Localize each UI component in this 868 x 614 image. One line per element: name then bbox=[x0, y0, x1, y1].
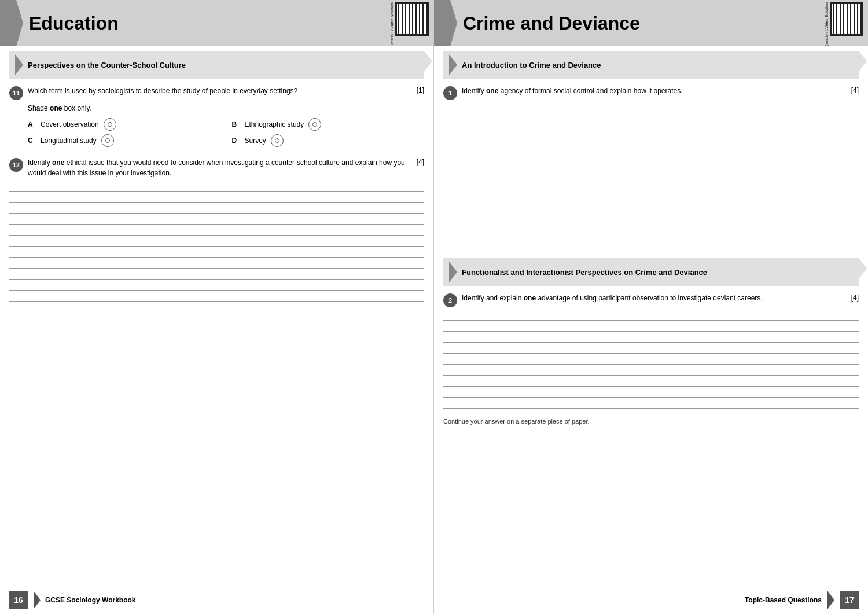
answer-line bbox=[9, 279, 424, 280]
answer-line bbox=[9, 202, 424, 203]
mc-circle-inner-B bbox=[312, 122, 317, 127]
answer-line bbox=[443, 408, 859, 409]
answer-line bbox=[9, 312, 424, 312]
answer-line bbox=[443, 342, 859, 343]
answer-line bbox=[443, 245, 859, 245]
mc-option-C: C Longitudinal study bbox=[28, 134, 220, 147]
q11-text: Which term is used by sociologists to de… bbox=[28, 86, 412, 96]
mc-circle-C[interactable] bbox=[101, 134, 114, 147]
right-qr-label1: Video Solution bbox=[825, 2, 829, 28]
mc-option-A: A Covert observation bbox=[28, 118, 220, 131]
mc-circle-B[interactable] bbox=[308, 118, 321, 131]
answer-line bbox=[9, 235, 424, 236]
mc-letter-C: C bbox=[28, 137, 36, 145]
mc-circle-inner-C bbox=[105, 138, 110, 143]
answer-line bbox=[443, 375, 859, 376]
mc-label-A: Covert observation bbox=[41, 120, 99, 128]
answer-line bbox=[443, 234, 859, 234]
left-page-title: Education bbox=[29, 13, 119, 34]
mc-option-B: B Ethnographic study bbox=[232, 118, 425, 131]
left-section-title: Perspectives on the Counter-School Cultu… bbox=[28, 61, 186, 69]
section1-arrow-left bbox=[449, 54, 457, 75]
header-chevron-right bbox=[434, 0, 457, 46]
q12-number: 12 bbox=[9, 158, 23, 172]
right-section1-header: An Introduction to Crime and Deviance bbox=[443, 51, 859, 79]
right-footer: Topic-Based Questions 17 bbox=[434, 586, 868, 614]
answer-line bbox=[443, 168, 859, 168]
section2-arrow-left bbox=[449, 262, 457, 282]
answer-line bbox=[443, 320, 859, 321]
answer-line bbox=[443, 135, 859, 135]
mc-option-D: D Survey bbox=[232, 134, 425, 147]
answer-line bbox=[9, 246, 424, 247]
left-qr-label2: Question 12 bbox=[390, 29, 394, 46]
q11-sub-text: Shade one box only. bbox=[28, 104, 424, 113]
q12-answer-lines bbox=[9, 191, 424, 334]
q12-text: Identify one ethical issue that you woul… bbox=[28, 157, 412, 178]
header-chevron-left bbox=[0, 0, 23, 46]
mc-label-C: Longitudinal study bbox=[41, 137, 97, 145]
q11-marks: [1] bbox=[417, 86, 424, 94]
left-footer: 16 GCSE Sociology Workbook bbox=[0, 586, 433, 614]
q11-text-content: Which term is used by sociologists to de… bbox=[28, 87, 297, 95]
left-section-header: Perspectives on the Counter-School Cultu… bbox=[9, 51, 424, 79]
answer-line bbox=[9, 323, 424, 323]
q1-number: 1 bbox=[443, 86, 457, 100]
left-footer-text: GCSE Sociology Workbook bbox=[45, 596, 135, 604]
left-page-number: 16 bbox=[9, 591, 28, 609]
answer-line bbox=[9, 224, 424, 225]
q2-number: 2 bbox=[443, 293, 457, 307]
q2-text: Identify and explain one advantage of us… bbox=[462, 293, 847, 303]
question-12-block: 12 Identify one ethical issue that you w… bbox=[0, 157, 433, 182]
left-header: Education Video Solution Question 12 bbox=[0, 0, 433, 46]
answer-line bbox=[9, 213, 424, 214]
mc-label-B: Ethnographic study bbox=[245, 120, 304, 128]
q2-marks: [4] bbox=[851, 293, 859, 302]
right-footer-text: Topic-Based Questions bbox=[745, 596, 822, 604]
answer-line bbox=[9, 301, 424, 302]
left-page-content: Perspectives on the Counter-School Cultu… bbox=[0, 46, 433, 586]
left-qr-label1: Video Solution bbox=[390, 2, 394, 28]
mc-label-D: Survey bbox=[245, 137, 266, 145]
right-page-content: An Introduction to Crime and Deviance 1 … bbox=[434, 46, 868, 586]
right-footer-right: Topic-Based Questions 17 bbox=[745, 591, 859, 609]
mc-circle-D[interactable] bbox=[271, 134, 284, 147]
mc-circle-inner-D bbox=[275, 138, 279, 143]
q12-marks: [4] bbox=[417, 158, 424, 166]
right-qr-code bbox=[830, 2, 863, 36]
q2-answer-lines bbox=[443, 320, 859, 409]
question-11-row: 11 Which term is used by sociologists to… bbox=[9, 86, 424, 100]
answer-line bbox=[443, 190, 859, 190]
q11-number: 11 bbox=[9, 86, 23, 100]
question-2-block: 2 Identify and explain one advantage of … bbox=[434, 293, 868, 311]
right-qr-container: Video Solution Question 1 bbox=[825, 2, 863, 46]
mc-circle-A[interactable] bbox=[104, 118, 116, 131]
answer-line bbox=[443, 157, 859, 157]
right-header: Crime and Deviance Video Solution Questi… bbox=[434, 0, 868, 46]
section-arrow-right bbox=[424, 51, 432, 72]
answer-line bbox=[443, 397, 859, 398]
right-page-title: Crime and Deviance bbox=[463, 13, 640, 34]
continue-text: Continue your answer on a separate piece… bbox=[443, 418, 859, 425]
answer-line bbox=[9, 257, 424, 258]
answer-line bbox=[9, 334, 424, 334]
left-qr-container: Video Solution Question 12 bbox=[390, 2, 429, 46]
left-page: Education Video Solution Question 12 Per… bbox=[0, 0, 434, 614]
right-section2-header: Functionalist and Interactionist Perspec… bbox=[443, 258, 859, 286]
right-qr-label2: Question 1 bbox=[825, 29, 829, 46]
mc-letter-B: B bbox=[232, 120, 240, 128]
answer-line bbox=[443, 124, 859, 124]
question-12-row: 12 Identify one ethical issue that you w… bbox=[9, 157, 424, 178]
left-qr-code bbox=[395, 2, 429, 36]
footer-right-arrow bbox=[827, 591, 834, 609]
answer-line bbox=[443, 353, 859, 354]
section1-arrow-right bbox=[859, 51, 867, 72]
q1-marks: [4] bbox=[851, 86, 859, 94]
mc-letter-A: A bbox=[28, 120, 36, 128]
question-1-row: 1 Identify one agency of formal social c… bbox=[443, 86, 859, 100]
mc-circle-inner-A bbox=[108, 122, 112, 127]
answer-line bbox=[443, 364, 859, 365]
answer-line bbox=[9, 191, 424, 192]
answer-line bbox=[9, 290, 424, 291]
q1-answer-lines bbox=[443, 113, 859, 245]
